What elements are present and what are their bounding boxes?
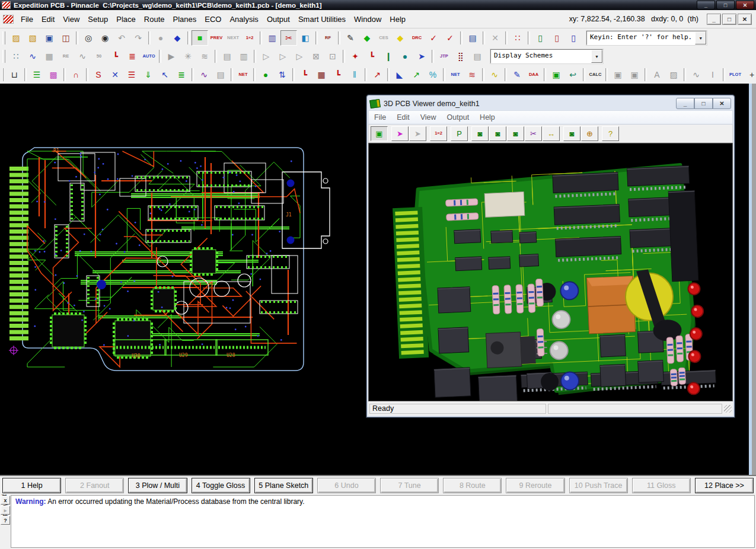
place-mode-button[interactable]: ■ [192, 30, 208, 46]
viewer-menu-help[interactable]: Help [474, 112, 500, 123]
spread-wires-button[interactable]: ☰ [123, 67, 140, 82]
route-corner-button[interactable]: ┗ [107, 49, 124, 64]
target-route-button[interactable]: ↖ [157, 67, 173, 82]
viewer-titlebar[interactable]: 3D PCB Viewer demo_keith1 _□✕ [368, 97, 733, 110]
import-wires-button[interactable]: ⇓ [140, 67, 157, 82]
mdi-close-button[interactable]: ✕ [738, 14, 752, 25]
window-maximize-button[interactable]: □ [716, 1, 735, 9]
menu-help[interactable]: Help [385, 13, 410, 25]
net-remove-button[interactable]: NET [235, 67, 251, 82]
fkey-5-plane-sketch[interactable]: 5 Plane Sketch [254, 478, 313, 493]
batch-drc-button[interactable]: ✓ [425, 30, 442, 46]
component-explorer-button[interactable]: ▥ [264, 30, 280, 46]
find-button[interactable]: ◉ [97, 30, 113, 46]
net-properties-button[interactable]: NET [447, 67, 464, 82]
layer-pair-button[interactable]: 1≡2 [241, 30, 258, 46]
probe-add-button[interactable]: ◆ [169, 30, 186, 46]
dff-audit-button[interactable]: ✓ [442, 30, 458, 46]
view-bottom-button[interactable]: ◙ [489, 126, 506, 141]
menu-edit[interactable]: Edit [37, 13, 59, 25]
extend-route-button[interactable]: ↗ [408, 67, 425, 82]
viewer-menu-file[interactable]: File [369, 112, 391, 123]
corner-mode-button[interactable]: ┗ [363, 49, 380, 64]
viewer-restore-button[interactable]: □ [694, 98, 713, 109]
keyin-value[interactable]: Keyin: Enter '?' for help. [587, 31, 695, 44]
document-icon[interactable] [3, 15, 14, 24]
viewer-menu-output[interactable]: Output [442, 112, 475, 123]
hazard-review-button[interactable]: ◆ [392, 30, 409, 46]
board-view-button[interactable]: ▣ [548, 67, 564, 82]
test-point-button[interactable]: ⣿ [452, 49, 469, 64]
calculator-button[interactable]: CALC [587, 67, 604, 82]
fkey-1-help[interactable]: 1 Help [2, 478, 61, 493]
prev-button[interactable]: PREV [208, 30, 225, 46]
help-button[interactable]: ? [602, 126, 619, 141]
via-grid-button[interactable]: ▦ [313, 67, 330, 82]
library-services-button[interactable]: ▯ [532, 30, 548, 46]
curve-route-button[interactable]: ∿ [24, 49, 41, 64]
gate-swap-button[interactable]: ⇅ [274, 67, 291, 82]
zoom-in-button[interactable]: ⊕ [581, 126, 598, 141]
cross-section-button[interactable]: ✂ [280, 30, 297, 46]
measure-button[interactable]: ⊔ [6, 67, 23, 82]
menu-planes[interactable]: Planes [169, 13, 201, 25]
jumper-button[interactable]: ∩ [68, 67, 84, 82]
corner-add-button[interactable]: ┗ [296, 67, 313, 82]
fly-mode-button[interactable]: ➤ [391, 126, 409, 141]
photorealistic-button[interactable]: P [451, 126, 468, 141]
fkey-4-toggle-gloss[interactable]: 4 Toggle Gloss [192, 478, 250, 493]
menu-output[interactable]: Output [263, 13, 294, 25]
component-update-button[interactable]: ◧ [297, 30, 314, 46]
jtp-button[interactable]: JTP [436, 49, 452, 64]
message-window-content[interactable]: Warning: An error occurred updating the … [11, 495, 755, 548]
viewer-minimize-button[interactable]: _ [676, 98, 694, 109]
view-side-button[interactable]: ◙ [507, 126, 524, 141]
save-button[interactable]: ▣ [41, 30, 58, 46]
viewer-close-button[interactable]: ✕ [713, 98, 731, 109]
pad-display-button[interactable]: ▩ [45, 67, 62, 82]
rf-toolbar-button[interactable]: RF [320, 30, 336, 46]
message-window-help-button[interactable]: ? [1, 516, 10, 525]
open-design-button[interactable]: ▨ [8, 30, 24, 46]
drc-settings-button[interactable]: DRC [409, 30, 425, 46]
layer-list-button[interactable]: 1≡2 [430, 126, 447, 141]
copy-button[interactable]: ▤ [464, 30, 481, 46]
library-manager-button[interactable]: ▯ [548, 30, 565, 46]
stub-route-button[interactable]: S [90, 67, 107, 82]
mdi-restore-button[interactable]: □ [722, 14, 736, 25]
diagonal-route-button[interactable]: ✕ [107, 67, 123, 82]
teardrop-button[interactable]: ● [397, 49, 413, 64]
corner-convert-button[interactable]: ┗ [330, 67, 346, 82]
auto-route-button[interactable]: AUTO [141, 49, 157, 64]
window-close-button[interactable]: ✕ [736, 1, 754, 9]
keyin-dropdown-icon[interactable]: ▼ [695, 31, 706, 44]
resize-grip[interactable] [724, 405, 732, 413]
design-review-button[interactable]: ◎ [80, 30, 97, 46]
net-select-button[interactable]: ✦ [347, 49, 363, 64]
daa-button[interactable]: DAA [525, 67, 542, 82]
toolbar-grip[interactable] [2, 68, 4, 81]
file-open-button[interactable]: ▧ [24, 30, 41, 46]
grid-toggle-button[interactable]: ∷ [509, 30, 526, 46]
loop-remove-button[interactable]: ∿ [196, 67, 212, 82]
route-out-button[interactable]: ↗ [369, 67, 385, 82]
menu-eco[interactable]: ECO [200, 13, 225, 25]
place-dot-button[interactable]: ● [257, 67, 274, 82]
viewer-menu-view[interactable]: View [415, 112, 442, 123]
library-utilities-button[interactable]: ▯ [565, 30, 582, 46]
mdi-minimize-button[interactable]: _ [707, 14, 721, 25]
percent-route-button[interactable]: % [425, 67, 441, 82]
viewer-3d-canvas[interactable] [368, 143, 733, 401]
cutting-plane-button[interactable]: ✂ [525, 126, 542, 141]
gloss-button[interactable]: ∿ [486, 67, 503, 82]
properties-button[interactable]: ✎ [342, 30, 359, 46]
net-query-button[interactable]: ➤ [413, 49, 430, 64]
menu-smart-utilities[interactable]: Smart Utilities [294, 13, 350, 25]
layer-display-button[interactable]: ☰ [28, 67, 45, 82]
multi-plow-button[interactable]: ≣ [124, 49, 141, 64]
menu-route[interactable]: Route [140, 13, 169, 25]
ces-sync-button[interactable]: ◆ [359, 30, 375, 46]
layer-flow-button[interactable]: ≋ [464, 67, 480, 82]
mitre-button[interactable]: ◣ [391, 67, 408, 82]
draw-edit-button[interactable]: ✎ [509, 67, 525, 82]
